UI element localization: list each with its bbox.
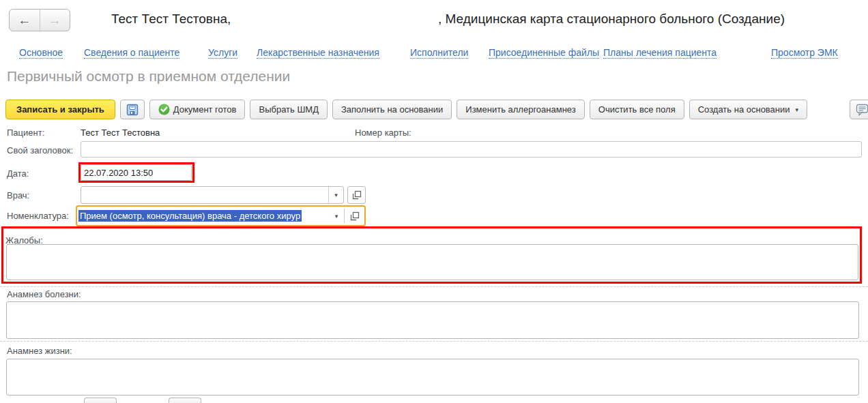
comment-button[interactable] — [850, 100, 868, 119]
nav-link-main[interactable]: Основное — [19, 47, 63, 59]
speech-bubble-icon — [856, 103, 868, 116]
save-and-close-button[interactable]: Записать и закрыть — [5, 100, 115, 119]
custom-title-label: Свой заголовок: — [7, 145, 73, 155]
toolbar: Записать и закрыть Документ готов Выбрат… — [5, 100, 807, 119]
clear-all-fields-button[interactable]: Очистить все поля — [590, 100, 684, 119]
chevron-down-icon: ▾ — [796, 106, 799, 113]
bottom-clipped-button[interactable] — [84, 398, 117, 403]
page-title: Первичный осмотр в приемном отделении — [7, 68, 290, 85]
fill-from-basis-button[interactable]: Заполнить на основании — [332, 100, 452, 119]
window-title-document: , Медицинская карта стационарного больно… — [438, 12, 785, 27]
doctor-open-button[interactable] — [347, 186, 366, 204]
nav-link-prescriptions[interactable]: Лекарственные назначения — [257, 47, 379, 59]
section-divider — [0, 286, 868, 287]
doctor-label: Врач: — [7, 190, 29, 200]
nomenclature-dropdown-icon[interactable]: ▾ — [329, 207, 344, 225]
card-number-label: Номер карты: — [355, 128, 411, 138]
nomenclature-combobox[interactable]: Прием (осмотр, консультация) врача - дет… — [76, 205, 366, 226]
floppy-disk-icon — [126, 104, 139, 116]
nomenclature-input[interactable]: Прием (осмотр, консультация) врача - дет… — [77, 207, 329, 225]
doctor-combobox[interactable]: ▾ — [81, 186, 344, 204]
create-from-basis-label: Создать на основании — [698, 104, 790, 115]
patient-value: Тест Тест Тестовна — [81, 128, 160, 138]
document-ready-button[interactable]: Документ готов — [149, 100, 246, 119]
create-from-basis-button[interactable]: Создать на основании ▾ — [689, 100, 807, 119]
anamnesis-disease-textarea[interactable] — [6, 301, 859, 339]
nomenclature-selected-text: Прием (осмотр, консультация) врача - дет… — [78, 210, 302, 222]
green-check-circle-icon — [158, 104, 170, 115]
anamnesis-life-label: Анамнез жизни: — [7, 346, 72, 356]
back-arrow-icon[interactable]: ← — [10, 10, 40, 31]
date-label: Дата: — [7, 168, 29, 179]
open-form-icon — [350, 211, 360, 221]
doctor-dropdown-icon[interactable]: ▾ — [328, 187, 343, 203]
history-nav-group: ← → — [9, 9, 70, 31]
anamnesis-disease-label: Анамнез болезни: — [7, 289, 81, 299]
nav-link-attached-files[interactable]: Присоединенные файлы — [489, 47, 599, 59]
nav-link-emk-view[interactable]: Просмотр ЭМК — [771, 47, 838, 59]
nav-link-executors[interactable]: Исполнители — [410, 47, 468, 59]
doctor-input[interactable] — [81, 187, 328, 203]
nomenclature-label: Номенклатура: — [7, 211, 69, 221]
anamnesis-life-textarea[interactable] — [6, 359, 859, 395]
nav-link-services[interactable]: Услуги — [208, 47, 237, 59]
bottom-clipped-button[interactable] — [169, 398, 201, 403]
window-title-patient: Тест Тест Тестовна, — [111, 12, 231, 27]
open-form-icon — [352, 190, 362, 200]
document-ready-label: Документ готов — [173, 104, 237, 115]
nomenclature-open-button[interactable] — [345, 207, 364, 225]
section-divider — [0, 341, 868, 342]
patient-label: Пациент: — [7, 128, 44, 138]
date-input[interactable] — [81, 164, 192, 181]
select-shmd-button[interactable]: Выбрать ШМД — [250, 100, 328, 119]
forward-arrow-icon[interactable]: → — [40, 10, 70, 31]
nav-link-treatment-plans[interactable]: Планы лечения пациента — [603, 47, 717, 59]
edit-allergy-button[interactable]: Изменить аллергоанамнез — [457, 100, 584, 119]
complaints-textarea[interactable] — [6, 244, 858, 280]
custom-title-input[interactable] — [81, 141, 862, 158]
nav-link-patient-info[interactable]: Сведения о пациенте — [84, 47, 179, 59]
save-button[interactable] — [120, 100, 145, 119]
